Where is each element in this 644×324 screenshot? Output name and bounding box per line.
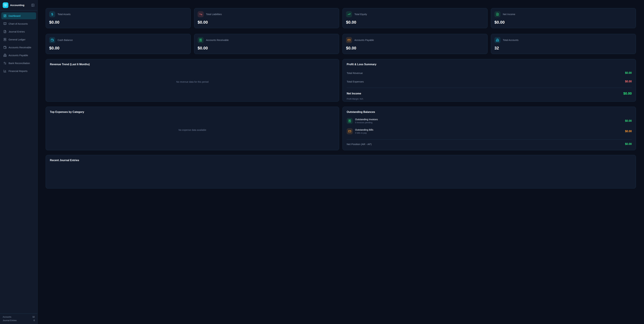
outstanding-bills-row: Outstanding Bills 0 bills to pay $0.00 [347, 128, 632, 134]
arrows-left-right-icon [3, 61, 6, 65]
sidebar-item-label: Chart of Accounts [8, 22, 28, 25]
stat-card-total-assets: Total Assets $0.00 [46, 8, 191, 28]
sidebar-stat-value: 0 [34, 319, 35, 322]
stat-card-value: $0.00 [346, 46, 484, 50]
sidebar-item-chart-of-accounts[interactable]: Chart of Accounts [1, 20, 36, 27]
stat-card-label: Total Accounts [503, 39, 518, 41]
sidebar-stat-label: Journal Entries [3, 319, 16, 322]
total-expenses-label: Total Expenses [347, 80, 364, 83]
top-expenses-empty-message: No expense data available [50, 113, 335, 146]
net-income-row: Net Income $0.00 [347, 92, 632, 95]
profit-margin-text: Profit Margin: N/A [347, 98, 632, 100]
revenue-trend-panel: Revenue Trend (Last 6 Months) No revenue… [46, 59, 339, 102]
wallet-icon [49, 37, 55, 43]
outstanding-balances-panel: Outstanding Balances Outstanding Invoice… [342, 107, 636, 150]
receipt-icon [347, 118, 353, 124]
stat-card-value: $0.00 [494, 20, 632, 25]
accounting-app: Accounting Dashboard Chart of Accounts [0, 0, 644, 324]
sidebar-item-financial-reports[interactable]: Financial Reports [1, 68, 36, 74]
sidebar-stat-label: Accounts [3, 316, 11, 318]
trending-up-icon [346, 11, 352, 17]
trending-down-icon [198, 11, 204, 17]
sidebar-stat-journal-entries: Journal Entries 0 [3, 319, 35, 322]
bar-chart-icon [3, 69, 6, 73]
collapse-sidebar-button[interactable] [31, 3, 35, 7]
sidebar-header: Accounting [0, 0, 38, 10]
total-expenses-row: Total Expenses $0.00 [347, 80, 632, 83]
outstanding-invoices-title: Outstanding Invoices [355, 118, 623, 121]
charts-row-1: Revenue Trend (Last 6 Months) No revenue… [46, 59, 636, 102]
outstanding-bills-value: $0.00 [625, 130, 632, 133]
sidebar-item-general-ledger[interactable]: General Ledger [1, 36, 36, 43]
sidebar-item-label: General Ledger [8, 38, 26, 41]
sidebar-item-label: Financial Reports [8, 70, 28, 72]
divider [347, 88, 632, 88]
book-open-icon [3, 22, 6, 25]
panel-left-close-icon [31, 3, 34, 7]
stat-cards-grid: Total Assets $0.00 Total Liabilities $0.… [46, 8, 636, 54]
outstanding-bills-title: Outstanding Bills [355, 128, 623, 131]
outstanding-bills-subtitle: 0 bills to pay [355, 132, 623, 134]
stat-card-label: Total Liabilities [206, 13, 222, 15]
stat-card-accounts-receivable: Accounts Receivable $0.00 [194, 34, 339, 54]
dollar-sign-icon [49, 11, 55, 17]
panel-title: Profit & Loss Summary [347, 63, 632, 66]
sidebar-item-label: Accounts Payable [8, 54, 28, 57]
charts-row-2: Top Expenses by Category No expense data… [46, 107, 636, 150]
outstanding-invoices-row: Outstanding Invoices 0 invoices pending … [347, 118, 632, 124]
stat-card-net-income: Net Income $0.00 [491, 8, 636, 28]
panel-title: Outstanding Balances [347, 110, 632, 113]
stat-card-label: Net Income [503, 13, 515, 15]
stat-card-label: Accounts Payable [354, 39, 374, 41]
net-position-label: Net Position (AR - AP) [347, 143, 372, 146]
total-revenue-value: $0.00 [625, 71, 632, 74]
panel-title: Revenue Trend (Last 6 Months) [50, 63, 335, 66]
dashboard-icon [3, 14, 6, 17]
stat-card-total-equity: Total Equity $0.00 [342, 8, 488, 28]
wallet-icon [3, 46, 6, 49]
sidebar: Accounting Dashboard Chart of Accounts [0, 0, 38, 324]
stat-card-value: $0.00 [346, 20, 484, 25]
sidebar-item-accounts-payable[interactable]: Accounts Payable [1, 52, 36, 59]
sidebar-item-journal-entries[interactable]: Journal Entries [1, 28, 36, 35]
sidebar-item-accounts-receivable[interactable]: Accounts Receivable [1, 44, 36, 51]
sidebar-item-label: Bank Reconciliation [8, 62, 30, 64]
credit-card-icon [347, 128, 353, 134]
building-icon [494, 37, 500, 43]
revenue-trend-empty-message: No revenue data for this period [50, 66, 335, 98]
app-logo [3, 2, 8, 8]
outstanding-invoices-subtitle: 0 invoices pending [355, 121, 623, 124]
sidebar-stat-accounts: Accounts 32 [3, 316, 35, 318]
building-icon [3, 54, 6, 57]
stat-card-value: 32 [494, 46, 632, 50]
stat-card-total-liabilities: Total Liabilities $0.00 [194, 8, 339, 28]
stat-card-value: $0.00 [49, 20, 187, 25]
net-position-value: $0.00 [625, 143, 632, 146]
sidebar-item-label: Dashboard [8, 14, 20, 17]
stat-card-value: $0.00 [49, 46, 187, 50]
credit-card-icon [346, 37, 352, 43]
top-expenses-panel: Top Expenses by Category No expense data… [46, 107, 339, 150]
app-title: Accounting [10, 4, 29, 7]
sidebar-nav: Dashboard Chart of Accounts Journal Entr… [0, 10, 38, 314]
sidebar-footer-stats: Accounts 32 Journal Entries 0 [0, 314, 38, 324]
sidebar-item-label: Accounts Receivable [8, 46, 31, 49]
sidebar-stat-value: 32 [32, 316, 35, 318]
sidebar-item-dashboard[interactable]: Dashboard [1, 12, 36, 19]
sidebar-item-bank-reconciliation[interactable]: Bank Reconciliation [1, 60, 36, 67]
panel-title: Top Expenses by Category [50, 110, 335, 113]
stat-card-label: Total Equity [354, 13, 367, 15]
profit-loss-panel: Profit & Loss Summary Total Revenue $0.0… [342, 59, 636, 102]
file-text-icon [494, 11, 500, 17]
receipt-icon [3, 38, 6, 41]
stat-card-label: Cash Balance [58, 39, 73, 41]
net-income-value: $0.00 [623, 92, 632, 95]
dashboard-content: Total Assets $0.00 Total Liabilities $0.… [38, 0, 644, 324]
recent-journal-entries-panel: Recent Journal Entries [46, 155, 636, 189]
total-revenue-label: Total Revenue [347, 72, 363, 74]
net-position-row: Net Position (AR - AP) $0.00 [347, 143, 632, 146]
book-open-icon [4, 4, 7, 7]
stat-card-value: $0.00 [198, 20, 336, 25]
stat-card-total-accounts: Total Accounts 32 [491, 34, 636, 54]
total-expenses-value: $0.00 [625, 80, 632, 83]
